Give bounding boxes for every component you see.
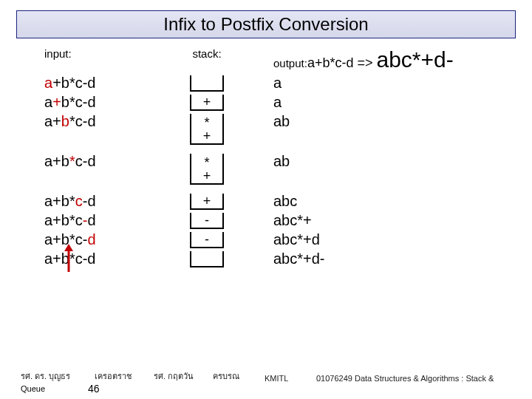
label-input: input: xyxy=(44,47,72,60)
footer-author2b: ครบรณ xyxy=(213,369,265,383)
output-text: abc*+ xyxy=(273,213,525,228)
label-stack: stack: xyxy=(192,47,221,60)
summary-result: abc*+d- xyxy=(376,47,453,72)
footer-course: 01076249 Data Structures & Algorithms : … xyxy=(316,374,520,383)
summary-arrow: => xyxy=(353,55,376,70)
output-text: a xyxy=(273,75,525,90)
output-text: ab xyxy=(273,154,525,168)
stack-box xyxy=(190,251,224,267)
output-text: abc*+d- xyxy=(273,251,525,266)
stack-box: - xyxy=(190,213,224,229)
steps-list: a+b*c-daa+b*c-d+aa+b*c-d+*aba+b*c-d+*aba… xyxy=(44,75,525,267)
footer-institution: KMITL xyxy=(265,374,316,383)
step-row: a+b*c-d-abc*+d xyxy=(44,232,525,248)
step-row: a+b*c-d+abc xyxy=(44,194,525,210)
step-row: a+b*c-d-abc*+ xyxy=(44,213,525,229)
page-title: Infix to Postfix Conversion xyxy=(17,14,515,35)
stack-box: + xyxy=(190,194,224,210)
stack-box: +* xyxy=(190,154,224,185)
output-text: abc*+d xyxy=(273,232,525,247)
step-row: a+b*c-d+*ab xyxy=(44,154,525,185)
stack-box: +* xyxy=(190,114,224,145)
input-text: a+b*c-d xyxy=(44,95,163,109)
footer-author1b: เครอตราช xyxy=(95,369,154,383)
input-text: a+b*c-d xyxy=(44,213,163,228)
step-row: a+b*c-dabc*+d- xyxy=(44,251,525,267)
input-text: a+b*c-d xyxy=(44,114,163,129)
summary-expression: a+b*c-d xyxy=(307,55,354,70)
input-text: a+b*c-d xyxy=(44,154,163,168)
input-text: a+b*c-d xyxy=(44,251,163,266)
footer-line2: Queue46 xyxy=(21,383,100,395)
step-row: a+b*c-d+*ab xyxy=(44,114,525,145)
footer-author2: รศ. กฤตวัน xyxy=(154,369,213,383)
title-banner: Infix to Postfix Conversion xyxy=(16,10,516,38)
input-text: a+b*c-d xyxy=(44,194,163,208)
output-text: abc xyxy=(273,194,525,208)
footer-queue: Queue xyxy=(21,384,45,393)
step-row: a+b*c-d+a xyxy=(44,95,525,111)
footer-author1: รศ. ดร. บุญธร xyxy=(21,369,95,383)
pointer-arrow-icon xyxy=(64,244,74,272)
svg-marker-1 xyxy=(64,244,73,251)
output-summary: output:a+b*c-d => abc*+d- xyxy=(273,57,454,69)
column-headers: input: stack: output:a+b*c-d => abc*+d- xyxy=(44,47,525,72)
footer: รศ. ดร. บุญธร เครอตราช รศ. กฤตวัน ครบรณ … xyxy=(0,369,532,383)
stack-box xyxy=(190,75,224,92)
content-area: input: stack: output:a+b*c-d => abc*+d- … xyxy=(44,47,525,267)
input-text: a+b*c-d xyxy=(44,75,163,90)
stack-box: - xyxy=(190,232,224,248)
output-text: a xyxy=(273,95,525,109)
step-row: a+b*c-da xyxy=(44,75,525,92)
output-text: ab xyxy=(273,114,525,129)
stack-box: + xyxy=(190,95,224,111)
input-text: a+b*c-d xyxy=(44,232,163,247)
page-number: 46 xyxy=(88,383,100,395)
label-output: output: xyxy=(273,57,307,69)
